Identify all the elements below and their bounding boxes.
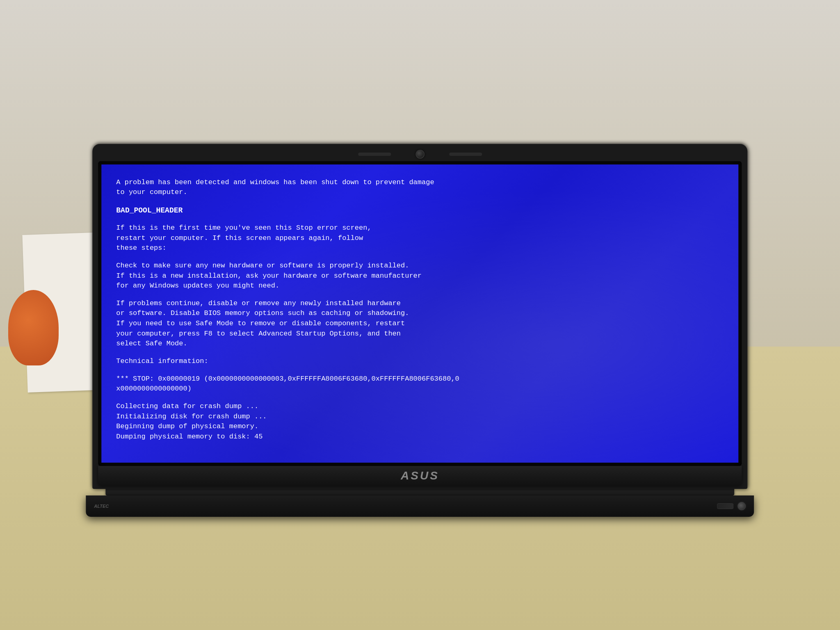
bsod-para2-l2: If this is a new installation, ask your … <box>116 271 724 281</box>
bsod-technical: Technical information: <box>116 356 724 367</box>
bsod-stop-l1: *** STOP: 0x00000019 (0x0000000000000003… <box>116 374 724 384</box>
bsod-content: A problem has been detected and windows … <box>116 178 724 442</box>
bsod-error-code: BAD_POOL_HEADER <box>116 205 724 216</box>
bsod-dump3: Beginning dump of physical memory. <box>116 422 724 432</box>
bsod-para3-l4: your computer, press F8 to select Advanc… <box>116 329 724 339</box>
bsod-para3-l3: If you need to use Safe Mode to remove o… <box>116 319 724 329</box>
status-light <box>717 503 734 509</box>
bsod-para2-l1: Check to make sure any new hardware or s… <box>116 261 724 271</box>
bsod-dump4: Dumping physical memory to disk: 45 <box>116 432 724 442</box>
screen-bezel: A problem has been detected and windows … <box>98 161 742 466</box>
webcam-lens <box>415 150 425 159</box>
laptop: A problem has been detected and windows … <box>92 144 747 517</box>
left-indicator <box>358 153 391 156</box>
bsod-check-hardware: Check to make sure any new hardware or s… <box>116 261 724 291</box>
base-left: ALTEC <box>94 504 109 509</box>
right-indicator <box>449 153 482 156</box>
bsod-para3-l2: or software. Disable BIOS memory options… <box>116 308 724 319</box>
altec-label: ALTEC <box>94 504 109 509</box>
laptop-logo-bar: ASUS <box>98 466 742 486</box>
bsod-para2-l3: for any Windows updates you might need. <box>116 281 724 291</box>
asus-logo: ASUS <box>401 469 439 482</box>
laptop-base: ALTEC <box>86 495 754 517</box>
bsod-first-time: If this is the first time you've seen th… <box>116 223 724 253</box>
bsod-dump-info: Collecting data for crash dump ... Initi… <box>116 402 724 442</box>
orange-object <box>8 290 59 365</box>
bsod-line2: to your computer. <box>116 187 724 198</box>
bsod-screen: A problem has been detected and windows … <box>101 164 738 463</box>
bsod-error-section: BAD_POOL_HEADER <box>116 205 724 216</box>
bsod-para1-l3: these steps: <box>116 243 724 253</box>
bsod-dump2: Initializing disk for crash dump ... <box>116 412 724 422</box>
laptop-lid: A problem has been detected and windows … <box>92 144 747 489</box>
base-right <box>717 502 746 510</box>
bsod-para1-l1: If this is the first time you've seen th… <box>116 223 724 233</box>
bsod-stop-l2: x0000000000000000) <box>116 384 724 394</box>
laptop-hinge <box>105 489 735 495</box>
bsod-tech-info: Technical information: <box>116 356 724 367</box>
bsod-stop-code: *** STOP: 0x00000019 (0x0000000000000003… <box>116 374 724 394</box>
bsod-intro: A problem has been detected and windows … <box>116 178 724 198</box>
bsod-line1: A problem has been detected and windows … <box>116 178 724 188</box>
bsod-para3-l1: If problems continue, disable or remove … <box>116 299 724 309</box>
bsod-dump1: Collecting data for crash dump ... <box>116 402 724 412</box>
power-button[interactable] <box>738 502 746 510</box>
bsod-para3-l5: select Safe Mode. <box>116 339 724 349</box>
webcam-bar <box>98 150 742 159</box>
bsod-para1-l2: restart your computer. If this screen ap… <box>116 233 724 244</box>
bsod-if-problems: If problems continue, disable or remove … <box>116 299 724 349</box>
